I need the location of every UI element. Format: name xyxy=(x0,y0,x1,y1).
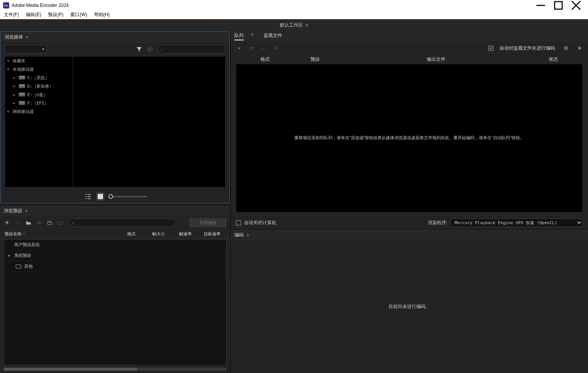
folder-tree[interactable]: ▾收藏夹 ▾本地驱动器 ▸C:（系统） ▸D:（新加卷） ▸E:（U盘） ▸F:… xyxy=(5,56,73,188)
col-output: 输出文件 xyxy=(342,56,530,63)
queue-empty-message: 要将项目添加到队列，请单击"添加源"按钮或者从媒体浏览器或桌面将文件拖到此处。要… xyxy=(294,135,525,142)
auto-encode-checkbox[interactable] xyxy=(488,46,493,51)
framesize-header[interactable]: 帧大小 xyxy=(145,231,172,237)
apply-preset-button[interactable]: 应用预设 xyxy=(189,218,226,227)
menu-edit[interactable]: 编辑(E) xyxy=(26,12,41,18)
nav-back-icon[interactable]: ← xyxy=(51,46,58,53)
panel-menu-icon[interactable]: ≡ xyxy=(247,233,249,237)
queue-settings-icon[interactable]: ⇄ xyxy=(248,45,254,51)
drive-icon xyxy=(19,93,25,97)
encode-body: 目前尚未进行编码。 xyxy=(231,240,588,373)
format-header[interactable]: 格式 xyxy=(118,231,145,237)
tree-drive-e[interactable]: ▸E:（U盘） xyxy=(5,90,73,99)
preset-system[interactable]: ▾系统预设 xyxy=(4,250,226,261)
panel-menu-icon[interactable]: ≡ xyxy=(25,209,28,213)
browser-body: ▾收藏夹 ▾本地驱动器 ▸C:（系统） ▸D:（新加卷） ▸E:（U盘） ▸F:… xyxy=(5,56,226,188)
workspace-menu-icon[interactable]: ≡ xyxy=(306,23,308,27)
duplicate-item-icon[interactable]: ⧉ xyxy=(273,45,279,51)
browser-footer xyxy=(1,190,229,203)
svg-rect-13 xyxy=(564,46,568,50)
preset-search-input[interactable]: ⌕ xyxy=(68,218,176,227)
preset-settings-icon[interactable]: ⚙ xyxy=(36,220,42,226)
maximize-button[interactable] xyxy=(550,0,567,11)
encode-header: 编码 ≡ xyxy=(231,230,588,240)
search-icon: ⌕ xyxy=(72,220,75,225)
menu-window[interactable]: 窗口(W) xyxy=(70,12,87,18)
targetrate-header[interactable]: 目标速率 xyxy=(199,231,226,237)
panel-menu-icon[interactable]: ≡ xyxy=(251,32,254,40)
queue-toolbar: ＋ ⇄ — ⧉ 自动对监视文件夹进行编码 xyxy=(231,42,588,55)
thumbnail-view-icon[interactable] xyxy=(96,192,105,201)
tree-local-drives[interactable]: ▾本地驱动器 xyxy=(5,65,73,73)
remove-item-icon[interactable]: — xyxy=(261,45,267,51)
encode-panel: 编码 ≡ 目前尚未进行编码。 xyxy=(231,229,588,373)
export-preset-icon[interactable] xyxy=(58,220,64,226)
encode-title: 编码 xyxy=(234,232,244,238)
browser-search-input[interactable]: ⌕ xyxy=(157,45,226,53)
auto-shutdown-checkbox[interactable] xyxy=(236,220,241,225)
add-preset-icon[interactable]: ✚ xyxy=(4,220,10,226)
tree-drive-c[interactable]: ▸C:（系统） xyxy=(5,73,73,82)
drive-icon xyxy=(19,76,25,80)
tree-drive-d[interactable]: ▸D:（新加卷） xyxy=(5,82,73,90)
panel-menu-icon[interactable]: ≡ xyxy=(26,35,28,39)
media-browser-title: 浏览媒体 xyxy=(5,34,23,40)
nav-forward-icon[interactable]: → xyxy=(61,46,68,53)
preset-toolbar: ✚ — ⚙ ⌕ 应用预设 xyxy=(0,216,230,229)
preset-other[interactable]: 其他 xyxy=(4,261,226,272)
media-browser-header: 浏览媒体 ≡ xyxy=(1,32,229,42)
monitor-icon xyxy=(16,265,21,268)
renderer-label: 渲染程序: xyxy=(428,220,447,226)
minimize-button[interactable] xyxy=(532,0,550,11)
col-preset: 预设 xyxy=(288,56,342,63)
queue-panel: 队列 ≡ 监视文件 ＋ ⇄ — ⧉ 自动对监视文件夹进行编码 格式 预设 输出文… xyxy=(231,31,588,229)
tab-watch-folders[interactable]: 监视文件 xyxy=(264,32,282,40)
close-button[interactable] xyxy=(567,0,585,11)
thumbnail-size-slider[interactable] xyxy=(108,196,147,197)
framerate-header[interactable]: 帧速率 xyxy=(172,231,199,237)
search-icon: ⌕ xyxy=(161,47,163,52)
queue-header: 队列 ≡ 监视文件 xyxy=(231,31,588,42)
filter-icon[interactable] xyxy=(136,46,143,53)
tree-network-drives[interactable]: ▾网络驱动器 xyxy=(5,107,73,116)
queue-footer: 自动关闭计算机 渲染程序: Mercury Playback Engine GP… xyxy=(231,216,588,229)
tree-favorites[interactable]: ▾收藏夹 xyxy=(5,57,73,65)
col-status: 状态 xyxy=(530,56,576,63)
workspace-label: 默认工作区 xyxy=(280,22,303,28)
preset-browser-panel: 浏览预设 ≡ ✚ — ⚙ ⌕ 应用预设 预设名称↑ 格式 帧大小 帧速率 目标速… xyxy=(0,205,230,373)
stop-queue-icon[interactable] xyxy=(563,45,569,51)
horizontal-scrollbar[interactable] xyxy=(4,368,226,371)
visibility-icon[interactable] xyxy=(146,46,153,53)
browser-content[interactable] xyxy=(73,56,226,188)
start-queue-icon[interactable] xyxy=(577,45,583,51)
menu-file[interactable]: 文件(F) xyxy=(4,12,19,18)
auto-encode-label: 自动对监视文件夹进行编码 xyxy=(500,45,555,52)
preset-list[interactable]: 用户预设及组 ▾系统预设 其他 xyxy=(4,239,226,365)
breadcrumb-dropdown[interactable]: ▼ xyxy=(5,45,47,53)
app-title: Adobe Media Encoder 2024 xyxy=(12,3,69,8)
workspace-bar[interactable]: 默认工作区 ≡ xyxy=(0,19,588,31)
queue-drop-area[interactable]: 要将项目添加到队列，请单击"添加源"按钮或者从媒体浏览器或桌面将文件拖到此处。要… xyxy=(236,64,583,212)
import-preset-icon[interactable] xyxy=(47,220,53,226)
remove-preset-icon[interactable]: — xyxy=(15,220,21,226)
titlebar: Me Adobe Media Encoder 2024 xyxy=(0,0,588,11)
col-format: 格式 xyxy=(242,56,288,63)
menu-help[interactable]: 帮助(H) xyxy=(94,12,110,18)
new-group-icon[interactable] xyxy=(25,220,32,226)
app-icon: Me xyxy=(3,2,9,8)
preset-user-groups[interactable]: 用户预设及组 xyxy=(4,240,226,250)
auto-shutdown-label: 自动关闭计算机 xyxy=(244,220,276,226)
preset-headers: 预设名称↑ 格式 帧大小 帧速率 目标速率 xyxy=(0,229,230,239)
renderer-select[interactable]: Mercury Playback Engine GPU 加速 (OpenCL) xyxy=(450,218,583,227)
list-view-icon[interactable] xyxy=(84,192,92,201)
menu-preset[interactable]: 预设(P) xyxy=(48,12,63,18)
svg-rect-1 xyxy=(555,2,562,9)
encode-empty-message: 目前尚未进行编码。 xyxy=(389,303,430,310)
menubar: 文件(F) 编辑(E) 预设(P) 窗口(W) 帮助(H) xyxy=(0,11,588,19)
svg-point-5 xyxy=(149,48,151,50)
drive-icon xyxy=(19,101,25,105)
preset-name-header[interactable]: 预设名称 xyxy=(5,231,22,237)
add-source-icon[interactable]: ＋ xyxy=(236,45,242,51)
tree-drive-f[interactable]: ▸F:（EFI） xyxy=(5,99,73,107)
tab-queue[interactable]: 队列 xyxy=(234,32,244,40)
